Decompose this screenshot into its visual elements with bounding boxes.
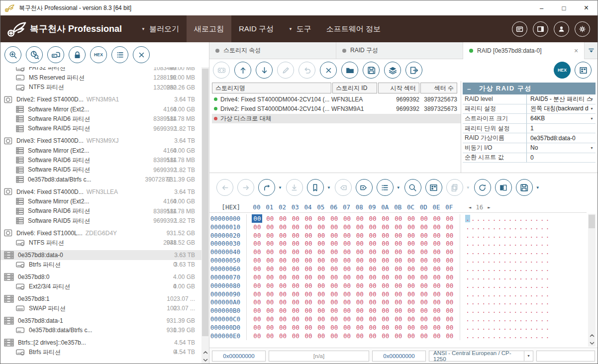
hex-byte-cell[interactable]: 00 (328, 332, 341, 340)
tree-item[interactable]: Btrfs 파티션03.63 TB (0, 260, 201, 270)
hex-scroll-up-icon[interactable] (590, 334, 595, 337)
hex-byte-cell[interactable]: 00 (392, 298, 405, 306)
hex-byte-cell[interactable]: 00 (405, 307, 418, 314)
hex-ascii-cell[interactable]: . (497, 307, 502, 314)
hex-ascii-cell[interactable]: . (513, 240, 518, 247)
hex-ascii-cell[interactable]: . (476, 248, 481, 256)
hex-ascii-cell[interactable]: . (481, 307, 487, 314)
hex-ascii-cell[interactable]: . (523, 223, 529, 231)
hex-byte-cell[interactable]: 00 (315, 290, 328, 298)
hex-byte-cell[interactable]: 00 (353, 324, 366, 331)
hex-byte-cell[interactable]: 00 (417, 315, 430, 323)
hex-byte-cell[interactable]: 00 (315, 332, 328, 340)
hex-byte-cell[interactable]: 00 (302, 232, 315, 239)
hex-ascii-cell[interactable]: . (465, 223, 471, 231)
hex-byte-cell[interactable]: 00 (289, 248, 302, 256)
hex-ascii-cell[interactable]: . (465, 240, 471, 247)
column-header[interactable]: 섹터 수 (420, 83, 457, 93)
undo-button[interactable] (299, 62, 315, 79)
hex-ascii-cell[interactable]: . (476, 273, 481, 281)
tree-item[interactable]: Software RAID6 파티션8389184511.78 MB (0, 114, 201, 124)
hex-ascii-cell[interactable]: . (476, 265, 481, 273)
hex-scrollbar[interactable] (588, 214, 596, 347)
hex-byte-cell[interactable]: 00 (328, 282, 341, 289)
hex-byte-cell[interactable]: 00 (379, 282, 392, 289)
hex-byte-cell[interactable]: 00 (405, 273, 418, 281)
hex-byte-cell[interactable]: 00 (315, 257, 328, 264)
hex-byte-cell[interactable]: 00 (341, 223, 354, 231)
hex-ascii-cell[interactable]: . (539, 257, 545, 264)
hex-ascii-cell[interactable]: . (465, 332, 471, 340)
hex-byte-cell[interactable]: 00 (443, 273, 456, 281)
tree-item[interactable]: Software RAID6 파티션8389184511.78 MB (0, 206, 201, 216)
hex-ascii-cell[interactable]: . (476, 315, 481, 323)
hex-byte-cell[interactable]: 00 (302, 240, 315, 247)
settings-icon[interactable] (575, 21, 590, 37)
hex-ascii-cell[interactable]: . (523, 332, 529, 340)
hex-byte-cell[interactable]: 00 (430, 324, 443, 331)
hex-byte-cell[interactable]: 00 (302, 332, 315, 340)
hex-ascii-cell[interactable]: . (497, 273, 502, 281)
hex-byte-cell[interactable]: 00 (366, 298, 379, 306)
hex-ascii-cell[interactable]: . (470, 282, 476, 289)
hex-ascii-cell[interactable]: . (502, 307, 508, 314)
hex-ascii-cell[interactable]: . (476, 290, 481, 298)
hex-byte-cell[interactable]: 00 (315, 240, 328, 247)
hex-ascii-cell[interactable]: . (492, 307, 497, 314)
view-options-dropdown-icon[interactable]: ▼ (397, 185, 400, 190)
hex-ascii-cell[interactable]: . (492, 248, 497, 256)
hex-byte-cell[interactable]: 00 (417, 324, 430, 331)
hex-ascii-cell[interactable]: . (534, 257, 540, 264)
hex-byte-cell[interactable]: 00 (405, 315, 418, 323)
hex-ascii-cell[interactable]: . (523, 315, 529, 323)
hex-ascii-cell[interactable]: . (487, 290, 492, 298)
hex-ascii-cell[interactable]: . (529, 332, 534, 340)
hex-ascii-cell[interactable]: . (497, 232, 502, 239)
hex-byte-cell[interactable]: 00 (443, 315, 456, 323)
hex-byte-cell[interactable]: 00 (430, 315, 443, 323)
tree-item[interactable]: Software RAID5 파티션96993921.82 TB (0, 124, 201, 134)
hex-ascii-cell[interactable]: . (492, 257, 497, 264)
hex-byte-cell[interactable]: 00 (251, 282, 264, 289)
hex-ascii-cell[interactable]: . (470, 298, 476, 306)
hex-byte-cell[interactable]: 00 (264, 265, 277, 273)
hex-byte-cell[interactable]: 00 (405, 248, 418, 256)
hex-byte-cell[interactable]: 00 (302, 324, 315, 331)
hex-ascii-cell[interactable]: . (518, 273, 524, 281)
hex-byte-cell[interactable]: 00 (366, 290, 379, 298)
hex-ascii-cell[interactable]: . (502, 215, 508, 222)
hex-byte-cell[interactable]: 00 (302, 248, 315, 256)
hex-ascii-cell[interactable]: . (534, 248, 540, 256)
tree-item[interactable]: Btrfs::[2 drives]::0e357b...4.54 TB (0, 338, 201, 348)
hex-ascii-cell[interactable]: . (513, 332, 518, 340)
dropdown-arrow-icon[interactable]: ▼ (590, 107, 594, 110)
hex-byte-cell[interactable]: 00 (328, 315, 341, 323)
tree-item[interactable]: Btrfs 파티션04.54 TB (0, 348, 201, 358)
hex-byte-cell[interactable]: 00 (430, 307, 443, 314)
hex-ascii-cell[interactable]: . (465, 290, 471, 298)
hex-ascii-cell[interactable]: . (507, 240, 513, 247)
decrypt-button[interactable] (69, 46, 86, 63)
hex-ascii-cell[interactable]: . (487, 332, 492, 340)
hex-byte-cell[interactable]: 00 (379, 240, 392, 247)
dropdown-arrow-icon[interactable]: ▼ (524, 351, 533, 361)
hex-ascii-cell[interactable]: . (518, 324, 524, 331)
hex-ascii-cell[interactable]: . (518, 315, 524, 323)
hex-byte-cell[interactable]: 00 (251, 265, 264, 273)
hex-byte-cell[interactable]: 00 (443, 298, 456, 306)
hex-byte-cell[interactable]: 00 (430, 257, 443, 264)
hex-ascii-cell[interactable]: . (507, 324, 513, 331)
hex-ascii-cell[interactable]: . (534, 282, 540, 289)
hex-ascii-cell[interactable]: . (502, 324, 508, 331)
tree-item[interactable]: SWAP 파티션01023.07 ... (0, 304, 201, 314)
hex-ascii-cell[interactable]: . (529, 223, 534, 231)
hex-ascii-cell[interactable]: . (481, 273, 487, 281)
hex-byte-cell[interactable]: 00 (353, 273, 366, 281)
hex-view-button[interactable]: HEX (90, 46, 107, 63)
hex-byte-cell[interactable]: 00 (392, 265, 405, 273)
hex-ascii-cell[interactable]: . (513, 215, 518, 222)
hex-byte-cell[interactable]: 00 (289, 232, 302, 239)
data-inspector-button[interactable] (425, 179, 442, 196)
hex-byte-cell[interactable]: 00 (430, 248, 443, 256)
hex-byte-cell[interactable]: 00 (430, 290, 443, 298)
